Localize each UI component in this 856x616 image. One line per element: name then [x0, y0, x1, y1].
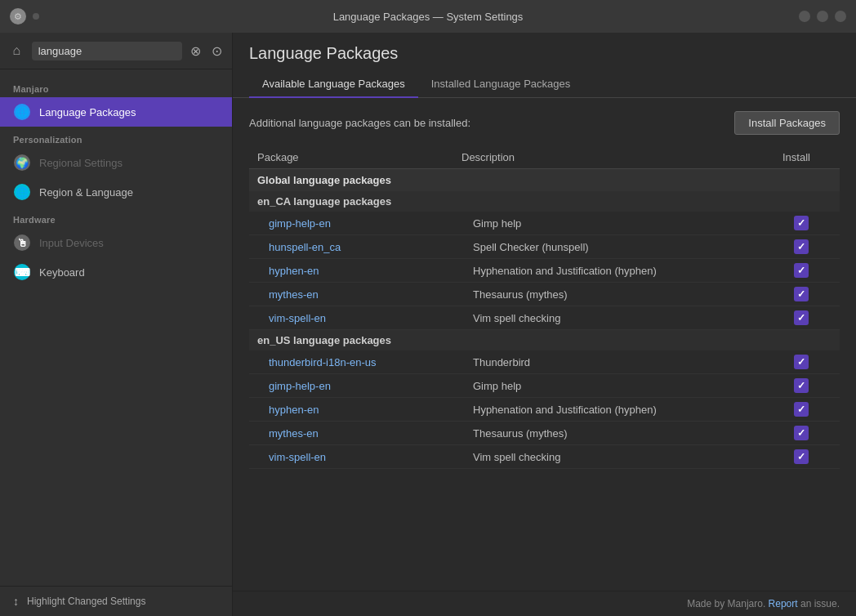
table-row: gimp-help-en Gimp help: [249, 212, 840, 235]
info-text: Additional language packages can be inst…: [249, 117, 470, 129]
install-checkbox[interactable]: [794, 378, 809, 393]
clear-search-button[interactable]: ⊗: [189, 41, 203, 60]
table-row: thunderbird-i18n-en-us Thunderbird: [249, 350, 840, 374]
subsection-en-us-label: en_US language packages: [249, 330, 840, 351]
pkg-desc-cell: Thunderbird: [453, 350, 774, 374]
pkg-install-cell: [774, 350, 840, 374]
main-layout: ⌂ ⊗ ⊙ Manjaro 🌐 Language Packages Person…: [0, 33, 856, 616]
more-options-button[interactable]: ⊙: [209, 41, 224, 60]
pkg-desc-cell: Hyphenation and Justification (hyphen): [453, 398, 774, 422]
titlebar-dot: [33, 13, 39, 20]
pkg-name-cell: hyphen-en: [249, 259, 453, 283]
content-header: Language Packages: [233, 33, 856, 71]
col-header-description: Description: [453, 146, 774, 169]
pkg-name-cell: hyphen-en: [249, 398, 453, 422]
clear-icon: ⊗: [190, 43, 201, 59]
sidebar-footer[interactable]: ↕ Highlight Changed Settings: [0, 586, 232, 616]
install-checkbox[interactable]: [794, 263, 809, 278]
pkg-name-cell: gimp-help-en: [249, 212, 453, 235]
info-bar: Additional language packages can be inst…: [249, 111, 840, 135]
install-checkbox[interactable]: [794, 426, 809, 440]
pkg-name-cell: thunderbird-i18n-en-us: [249, 350, 453, 374]
tabs-bar: Available Language Packages Installed La…: [233, 71, 856, 98]
install-checkbox[interactable]: [794, 239, 809, 254]
sidebar-item-input-devices[interactable]: 🖱 Input Devices: [0, 228, 232, 257]
sidebar-item-region-language[interactable]: 🌐 Region & Language: [0, 177, 232, 207]
sidebar-item-label: Region & Language: [39, 186, 133, 199]
col-header-package: Package: [249, 146, 453, 169]
close-button[interactable]: [835, 11, 846, 22]
maximize-button[interactable]: [817, 11, 828, 22]
window-controls: [799, 11, 846, 22]
pkg-desc-cell: Vim spell checking: [453, 445, 774, 469]
install-checkbox[interactable]: [794, 310, 809, 325]
sidebar-item-language-packages[interactable]: 🌐 Language Packages: [0, 97, 232, 127]
sidebar-search-bar: ⌂ ⊗ ⊙: [0, 33, 232, 69]
home-icon: ⌂: [12, 43, 20, 58]
sidebar-item-label: Regional Settings: [39, 157, 123, 169]
titlebar-left: ⚙: [10, 8, 39, 25]
page-title: Language Packages: [249, 44, 840, 63]
titlebar: ⚙ Language Packages — System Settings: [0, 0, 856, 33]
table-row: hyphen-en Hyphenation and Justification …: [249, 259, 840, 283]
highlight-icon: ↕: [13, 595, 19, 608]
install-checkbox[interactable]: [794, 449, 809, 464]
content-footer: Made by Manjaro. Report an issue.: [233, 591, 856, 616]
pkg-desc-cell: Vim spell checking: [453, 306, 774, 330]
window-title: Language Packages — System Settings: [333, 11, 524, 23]
pkg-desc-cell: Thesaurus (mythes): [453, 422, 774, 445]
section-label-manjaro: Manjaro: [0, 76, 232, 97]
input-devices-icon: 🖱: [13, 234, 31, 252]
pkg-install-cell: [774, 398, 840, 422]
app-icon: ⚙: [10, 8, 26, 25]
packages-table: Package Description Install Global langu…: [249, 146, 840, 469]
pkg-install-cell: [774, 235, 840, 259]
col-header-install: Install: [774, 146, 840, 169]
minimize-button[interactable]: [799, 11, 810, 22]
pkg-install-cell: [774, 374, 840, 398]
report-link[interactable]: Report: [769, 598, 798, 609]
pkg-install-cell: [774, 306, 840, 330]
install-checkbox[interactable]: [794, 216, 809, 230]
sidebar: ⌂ ⊗ ⊙ Manjaro 🌐 Language Packages Person…: [0, 33, 233, 616]
home-button[interactable]: ⌂: [8, 39, 25, 62]
pkg-desc-cell: Thesaurus (mythes): [453, 283, 774, 306]
tab-installed[interactable]: Installed Language Packages: [418, 71, 584, 98]
pkg-desc-cell: Spell Checker (hunspell): [453, 235, 774, 259]
section-label-hardware: Hardware: [0, 207, 232, 228]
sidebar-item-regional-settings[interactable]: 🌍 Regional Settings: [0, 148, 232, 177]
table-row: gimp-help-en Gimp help: [249, 374, 840, 398]
pkg-install-cell: [774, 445, 840, 469]
tab-available[interactable]: Available Language Packages: [249, 71, 418, 98]
install-checkbox[interactable]: [794, 355, 809, 369]
table-body: Global language packages en_CA language …: [249, 169, 840, 469]
pkg-desc-cell: Gimp help: [453, 212, 774, 235]
regional-settings-icon: 🌍: [13, 154, 31, 172]
pkg-name-cell: vim-spell-en: [249, 306, 453, 330]
search-input[interactable]: [32, 42, 182, 60]
table-row: hunspell-en_ca Spell Checker (hunspell): [249, 235, 840, 259]
content-area: Language Packages Available Language Pac…: [233, 33, 856, 616]
install-packages-button[interactable]: Install Packages: [734, 111, 840, 135]
table-row: vim-spell-en Vim spell checking: [249, 306, 840, 330]
pkg-desc-cell: Hyphenation and Justification (hyphen): [453, 259, 774, 283]
pkg-install-cell: [774, 259, 840, 283]
table-row: hyphen-en Hyphenation and Justification …: [249, 398, 840, 422]
subsection-en-ca-label: en_CA language packages: [249, 191, 840, 212]
sidebar-item-keyboard[interactable]: ⌨ Keyboard: [0, 257, 232, 287]
pkg-name-cell: mythes-en: [249, 422, 453, 445]
install-checkbox[interactable]: [794, 287, 809, 301]
footer-suffix: an issue.: [800, 598, 840, 609]
sidebar-item-label: Language Packages: [39, 106, 136, 118]
table-row: mythes-en Thesaurus (mythes): [249, 422, 840, 445]
pkg-desc-cell: Gimp help: [453, 374, 774, 398]
pkg-install-cell: [774, 212, 840, 235]
section-global-label: Global language packages: [249, 169, 840, 192]
pkg-name-cell: gimp-help-en: [249, 374, 453, 398]
sidebar-item-label: Input Devices: [39, 237, 104, 249]
keyboard-icon: ⌨: [13, 263, 31, 281]
content-body: Additional language packages can be inst…: [233, 98, 856, 591]
install-checkbox[interactable]: [794, 402, 809, 417]
section-label-personalization: Personalization: [0, 127, 232, 148]
highlight-changed-label: Highlight Changed Settings: [27, 596, 145, 607]
